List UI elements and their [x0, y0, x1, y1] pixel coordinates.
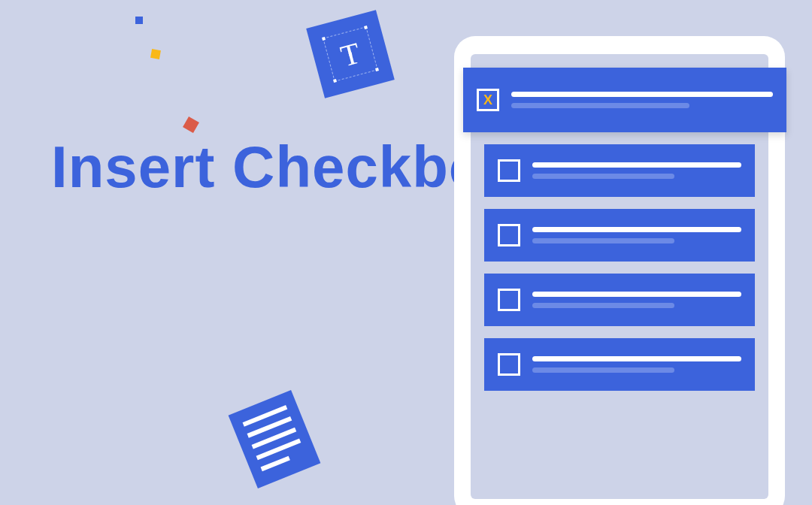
item-text-placeholder	[532, 356, 741, 373]
checkbox-empty-icon	[498, 289, 520, 311]
text-line	[532, 238, 674, 243]
item-text-placeholder	[532, 162, 741, 179]
text-line	[532, 356, 741, 361]
item-text-placeholder	[532, 227, 741, 243]
list-item	[484, 144, 755, 197]
text-line	[532, 292, 741, 297]
document-icon	[229, 390, 321, 488]
text-line	[511, 92, 773, 97]
checklist-inner: X	[471, 54, 768, 499]
doc-line	[261, 456, 291, 472]
text-line	[532, 174, 674, 179]
confetti-red	[183, 116, 199, 133]
confetti-yellow	[150, 49, 161, 59]
text-line	[532, 162, 741, 168]
list-item	[484, 338, 755, 391]
checkbox-empty-icon	[498, 159, 520, 182]
text-line	[532, 303, 674, 308]
text-line	[532, 227, 741, 232]
text-tool-tile: T	[306, 10, 395, 98]
confetti-blue	[135, 17, 143, 24]
text-line	[511, 103, 689, 108]
list-item	[484, 274, 755, 326]
checklist-panel: X	[454, 36, 785, 505]
item-text-placeholder	[532, 292, 741, 308]
letter-t-icon: T	[323, 26, 377, 81]
list-item	[484, 209, 755, 262]
list-item: X	[463, 68, 786, 132]
checkbox-empty-icon	[498, 353, 520, 376]
text-line	[532, 367, 674, 373]
item-text-placeholder	[511, 92, 773, 108]
checkbox-checked-icon: X	[477, 89, 499, 111]
checkbox-empty-icon	[498, 224, 520, 246]
